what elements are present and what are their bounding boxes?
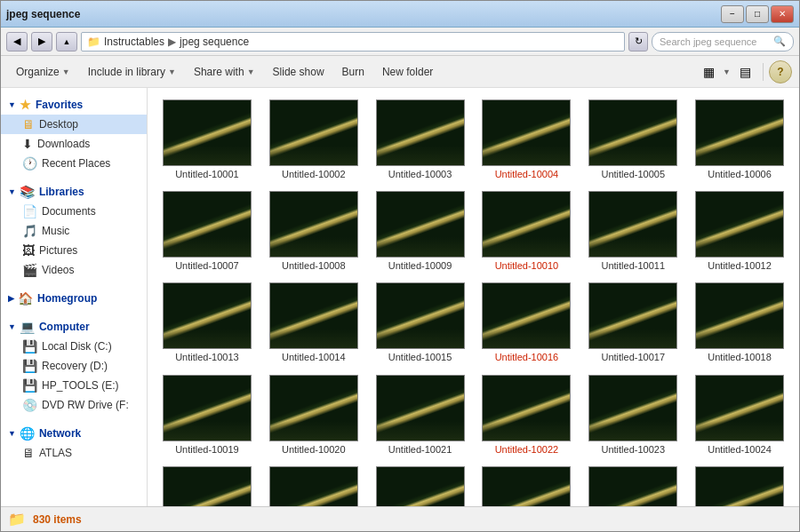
file-item[interactable]: Untitled-10016 <box>475 278 580 368</box>
close-button[interactable]: ✕ <box>771 5 794 23</box>
file-item[interactable]: Untitled-10022 <box>475 370 580 460</box>
libraries-header[interactable]: ▼ 📚 Libraries <box>1 182 147 202</box>
path-folder-icon: 📁 <box>87 36 100 48</box>
minimize-button[interactable]: − <box>721 5 744 23</box>
file-item[interactable]: Untitled-10025 <box>155 462 260 506</box>
file-item[interactable]: Untitled-10018 <box>687 278 792 368</box>
include-library-button[interactable]: Include in library ▼ <box>80 60 184 83</box>
file-thumbnail <box>376 375 465 441</box>
recovery-label: Recovery (D:) <box>42 360 108 372</box>
homegroup-header[interactable]: ▶ 🏠 Homegroup <box>1 289 147 308</box>
file-label: Untitled-10024 <box>708 444 772 456</box>
nav-item-videos[interactable]: 🎬 Videos <box>1 260 147 280</box>
nav-item-downloads[interactable]: ⬇ Downloads <box>1 134 147 154</box>
file-item[interactable]: Untitled-10012 <box>687 187 792 276</box>
nav-item-recent-places[interactable]: 🕐 Recent Places <box>1 154 147 173</box>
file-item[interactable]: Untitled-10004 <box>475 95 580 185</box>
file-item[interactable]: Untitled-10008 <box>261 187 366 276</box>
nav-item-desktop[interactable]: 🖥 Desktop <box>1 115 147 134</box>
preview-pane-button[interactable]: ▤ <box>732 60 757 83</box>
refresh-button[interactable]: ↻ <box>628 32 648 52</box>
file-item[interactable]: Untitled-10030 <box>687 462 792 506</box>
file-item[interactable]: Untitled-10026 <box>261 462 366 506</box>
file-item[interactable]: Untitled-10007 <box>155 187 260 276</box>
help-button[interactable]: ? <box>769 60 792 83</box>
file-item[interactable]: Untitled-10023 <box>580 370 685 460</box>
network-header[interactable]: ▼ 🌐 Network <box>1 424 147 443</box>
slideshow-label: Slide show <box>273 66 324 78</box>
nav-panel: ▼ ★ Favorites 🖥 Desktop ⬇ Downloads 🕐 Re… <box>1 88 148 506</box>
file-item[interactable]: Untitled-10019 <box>155 370 260 460</box>
file-item[interactable]: Untitled-10003 <box>368 95 473 185</box>
file-thumbnail <box>695 282 784 349</box>
file-thumbnail <box>376 191 465 258</box>
file-item[interactable]: Untitled-10001 <box>155 95 260 185</box>
nav-item-recovery[interactable]: 💾 Recovery (D:) <box>1 356 147 376</box>
restore-button[interactable]: □ <box>746 5 769 23</box>
documents-icon: 📄 <box>22 204 37 218</box>
music-icon: 🎵 <box>22 224 37 238</box>
nav-item-hp-tools[interactable]: 💾 HP_TOOLS (E:) <box>1 376 147 395</box>
file-thumbnail <box>695 375 784 441</box>
help-label: ? <box>777 66 783 78</box>
up-button[interactable]: ▲ <box>56 32 77 52</box>
file-item[interactable]: Untitled-10010 <box>475 187 580 276</box>
file-item[interactable]: Untitled-10005 <box>580 95 685 185</box>
preview-icon: ▤ <box>740 65 751 79</box>
slideshow-button[interactable]: Slide show <box>265 60 332 83</box>
nav-item-atlas[interactable]: 🖥 ATLAS <box>1 443 147 463</box>
homegroup-label: Homegroup <box>37 292 97 305</box>
file-thumbnail <box>588 191 677 258</box>
file-item[interactable]: Untitled-10029 <box>580 462 685 506</box>
file-label: Untitled-10002 <box>282 169 346 180</box>
nav-item-pictures[interactable]: 🖼 Pictures <box>1 241 147 260</box>
file-item[interactable]: Untitled-10024 <box>687 370 792 460</box>
address-path[interactable]: 📁 Instructables ▶ jpeg sequence <box>81 32 625 52</box>
file-item[interactable]: Untitled-10006 <box>687 95 792 185</box>
share-with-label: Share with <box>194 66 244 78</box>
organize-button[interactable]: Organize ▼ <box>8 60 78 83</box>
computer-header[interactable]: ▼ 💻 Computer <box>1 317 147 337</box>
file-thumbnail <box>482 375 571 441</box>
nav-item-documents[interactable]: 📄 Documents <box>1 202 147 221</box>
file-item[interactable]: Untitled-10009 <box>368 187 473 276</box>
downloads-label: Downloads <box>37 138 90 150</box>
file-thumbnail <box>163 466 252 506</box>
share-with-button[interactable]: Share with ▼ <box>186 60 263 83</box>
search-box[interactable]: Search jpeg sequence 🔍 <box>652 32 794 52</box>
burn-button[interactable]: Burn <box>334 60 372 83</box>
forward-button[interactable]: ▶ <box>31 32 52 52</box>
file-label: Untitled-10011 <box>601 260 665 272</box>
file-item[interactable]: Untitled-10014 <box>261 278 366 368</box>
back-button[interactable]: ◀ <box>6 32 28 52</box>
favorites-header[interactable]: ▼ ★ Favorites <box>1 95 147 115</box>
nav-item-dvd-drive[interactable]: 💿 DVD RW Drive (F: <box>1 395 147 415</box>
title-bar-text: jpeg sequence <box>6 8 721 20</box>
file-item[interactable]: Untitled-10028 <box>475 462 580 506</box>
file-item[interactable]: Untitled-10021 <box>368 370 473 460</box>
file-item[interactable]: Untitled-10013 <box>155 278 260 368</box>
new-folder-label: New folder <box>382 66 433 78</box>
file-item[interactable]: Untitled-10020 <box>261 370 366 460</box>
file-item[interactable]: Untitled-10015 <box>368 278 473 368</box>
file-label: Untitled-10014 <box>282 352 346 363</box>
hp-tools-label: HP_TOOLS (E:) <box>42 379 118 392</box>
file-thumbnail <box>588 282 677 349</box>
nav-item-music[interactable]: 🎵 Music <box>1 221 147 241</box>
path-part-1: Instructables <box>104 36 164 48</box>
recent-places-label: Recent Places <box>42 157 110 170</box>
network-icon: 🌐 <box>20 426 35 441</box>
file-item[interactable]: Untitled-10017 <box>580 278 685 368</box>
nav-item-local-disk[interactable]: 💾 Local Disk (C:) <box>1 337 147 356</box>
file-item[interactable]: Untitled-10002 <box>261 95 366 185</box>
back-icon: ◀ <box>13 36 20 47</box>
atlas-label: ATLAS <box>39 447 72 459</box>
file-item[interactable]: Untitled-10027 <box>368 462 473 506</box>
view-toggle-button[interactable]: ▦ <box>696 60 721 83</box>
file-label: Untitled-10006 <box>708 169 772 180</box>
file-item[interactable]: Untitled-10011 <box>580 187 685 276</box>
share-with-arrow: ▼ <box>247 67 255 76</box>
burn-label: Burn <box>342 66 364 78</box>
file-label: Untitled-10013 <box>175 352 239 363</box>
new-folder-button[interactable]: New folder <box>374 60 441 83</box>
